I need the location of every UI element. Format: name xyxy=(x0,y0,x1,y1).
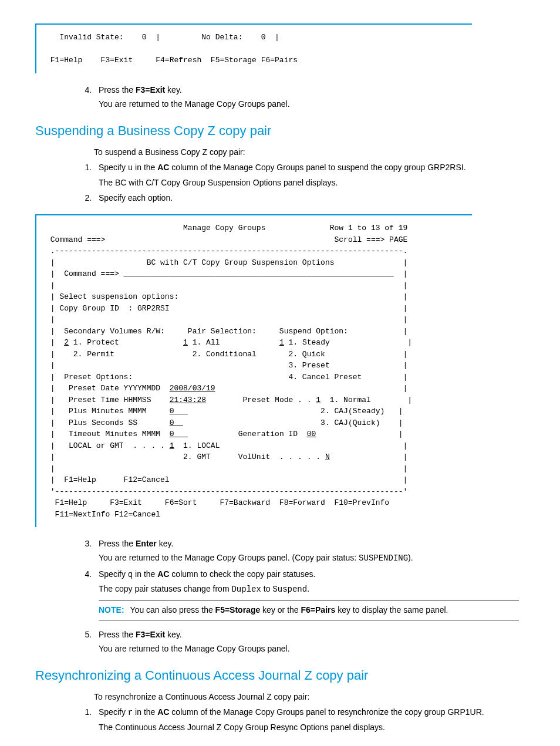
section-heading-suspend: Suspending a Business Copy Z copy pair xyxy=(35,121,519,140)
list-item: Press the F3=Exit key. You are returned … xyxy=(94,629,519,655)
proc-list-top: Press the F3=Exit key. You are returned … xyxy=(94,84,519,110)
step-text: Specify u in the AC column of the Manage… xyxy=(99,163,466,172)
step-text: Specify q in the AC column to check the … xyxy=(99,569,316,579)
step-sub: You are returned to the Manage Copy Grou… xyxy=(99,552,519,564)
step-text: Press the F3=Exit key. xyxy=(99,630,182,639)
step-text: Specify each option. xyxy=(99,193,173,202)
step-sub: The Continuous Access Journal Z Copy Gro… xyxy=(99,721,519,733)
step-sub: You are returned to the Manage Copy Grou… xyxy=(99,643,519,654)
step-text: Press the Enter key. xyxy=(99,539,173,548)
proc-list-suspend: Specify u in the AC column of the Manage… xyxy=(94,161,519,204)
proc-list-resync: Specify r in the AC column of the Manage… xyxy=(94,706,519,733)
section-heading-resync: Resynchronizing a Continuous Access Jour… xyxy=(35,666,519,685)
step-sub: The BC with C/T Copy Group Suspension Op… xyxy=(99,177,519,188)
list-item: Specify each option. xyxy=(94,192,519,204)
intro-text: To resynchronize a Continuous Access Jou… xyxy=(94,691,519,703)
step-sub: You are returned to the Manage Copy Grou… xyxy=(99,98,519,110)
list-item: Press the Enter key. You are returned to… xyxy=(94,538,519,565)
note-box: NOTE:You can also press the F5=Storage k… xyxy=(99,600,519,620)
terminal-panel-options: Manage Copy Groups Row 1 to 13 of 19 Com… xyxy=(35,214,472,527)
step-sub: The copy pair statuses change from Duple… xyxy=(99,583,519,595)
list-item: Specify u in the AC column of the Manage… xyxy=(94,161,519,188)
list-item: Press the F3=Exit key. You are returned … xyxy=(94,84,519,110)
step-text: Press the F3=Exit key. xyxy=(99,85,182,94)
note-label: NOTE: xyxy=(99,605,124,615)
terminal-panel-top: Invalid State: 0 | No Delta: 0 | F1=Help… xyxy=(35,23,472,73)
list-item: Specify q in the AC column to check the … xyxy=(94,568,519,620)
list-item: Specify r in the AC column of the Manage… xyxy=(94,706,519,733)
proc-list-suspend-cont: Press the Enter key. You are returned to… xyxy=(94,538,519,654)
intro-text: To suspend a Business Copy Z copy pair: xyxy=(94,146,519,158)
step-text: Specify r in the AC column of the Manage… xyxy=(99,707,484,717)
